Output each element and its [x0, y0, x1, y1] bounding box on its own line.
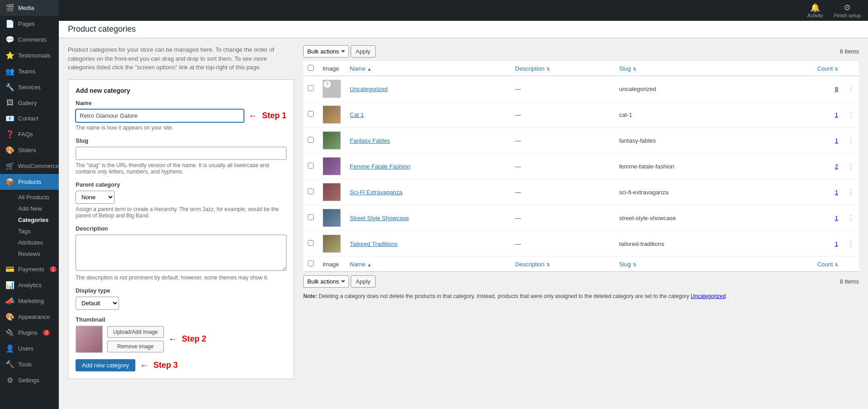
- row-menu-street-style[interactable]: ⋮: [847, 214, 854, 222]
- bulk-actions-select-top[interactable]: Bulk actions: [303, 45, 349, 58]
- col-footer-count[interactable]: Count ⇅: [771, 257, 843, 272]
- sidebar-item-gallery[interactable]: 🖼 Gallery: [0, 95, 59, 111]
- col-footer-check[interactable]: [303, 257, 318, 272]
- cat-count-street-style[interactable]: 1: [835, 215, 838, 221]
- row-menu-tailored[interactable]: ⋮: [847, 240, 854, 248]
- sidebar: 🎬 Media 📄 Pages 💬 Comments ⭐ Testimonial…: [0, 0, 59, 409]
- cat-count-fantasy-fables[interactable]: 1: [835, 137, 838, 144]
- sidebar-item-payments[interactable]: 💳 Payments 1: [0, 261, 59, 277]
- sidebar-sub-all-products[interactable]: All Products: [14, 192, 59, 203]
- sidebar-item-settings[interactable]: ⚙ Settings: [0, 372, 59, 388]
- activity-button[interactable]: 🔔 Activity: [807, 3, 823, 18]
- bulk-actions-select-bottom[interactable]: Bulk actions: [303, 275, 349, 288]
- col-footer-description[interactable]: Description ⇅: [510, 257, 615, 272]
- select-all-checkbox-bottom[interactable]: [308, 260, 314, 266]
- cat-name-fantasy-fables[interactable]: Fantasy Fables: [350, 137, 390, 144]
- row-checkbox-fantasy-fables[interactable]: [308, 137, 314, 143]
- slug-input[interactable]: [76, 147, 286, 160]
- sidebar-item-label: Sliders: [18, 147, 36, 154]
- col-header-name[interactable]: Name ▲: [345, 61, 510, 76]
- row-checkbox-sci-fi[interactable]: [308, 188, 314, 194]
- sidebar-item-label: Tools: [18, 361, 32, 368]
- col-header-description[interactable]: Description ⇅: [510, 61, 615, 76]
- row-menu-femme-fatale[interactable]: ⋮: [847, 163, 854, 170]
- sidebar-item-faqs[interactable]: ❓ FAQs: [0, 126, 59, 142]
- sidebar-item-users[interactable]: 👤 Users: [0, 341, 59, 356]
- sidebar-item-analytics[interactable]: 📊 Analytics: [0, 277, 59, 293]
- payments-badge: 1: [50, 266, 57, 272]
- sidebar-item-marketing[interactable]: 📣 Marketing: [0, 293, 59, 309]
- cat-name-uncategorized[interactable]: Uncategorized: [350, 86, 388, 92]
- sidebar-item-label: Analytics: [18, 282, 42, 289]
- col-footer-name[interactable]: Name ▲: [345, 257, 510, 272]
- sidebar-item-media[interactable]: 🎬 Media: [0, 0, 59, 16]
- sidebar-item-pages[interactable]: 📄 Pages: [0, 16, 59, 32]
- page-title-bar: Product categories: [59, 21, 868, 38]
- select-all-checkbox[interactable]: [308, 65, 314, 71]
- cat-name-tailored[interactable]: Tailored Traditions: [350, 241, 398, 247]
- sidebar-item-label: Plugins: [18, 329, 38, 336]
- sidebar-item-testimonials[interactable]: ⭐ Testimonials: [0, 48, 59, 63]
- cat-name-sci-fi[interactable]: Sci-Fi Extravaganza: [350, 189, 402, 196]
- settings-icon: ⚙: [5, 376, 14, 385]
- table-actions-bottom: Bulk actions Apply 8 Items: [303, 275, 859, 288]
- form-title: Add new category: [76, 87, 286, 94]
- sidebar-item-plugins[interactable]: 🔌 Plugins 3: [0, 325, 59, 341]
- cat-count-sci-fi[interactable]: 1: [835, 189, 838, 196]
- col-header-slug[interactable]: Slug ⇅: [615, 61, 771, 76]
- sidebar-item-products[interactable]: 📦 Products: [0, 174, 59, 190]
- add-new-category-button[interactable]: Add new category: [76, 359, 135, 371]
- row-menu-fantasy-fables[interactable]: ⋮: [847, 137, 854, 144]
- cat-count-tailored[interactable]: 1: [835, 241, 838, 247]
- finish-setup-button[interactable]: ⚙ Finish setup: [834, 3, 861, 18]
- sidebar-sub-tags[interactable]: Tags: [14, 226, 59, 237]
- col-footer-slug[interactable]: Slug ⇅: [615, 257, 771, 272]
- description-textarea[interactable]: [76, 235, 286, 271]
- sidebar-item-services[interactable]: 🔧 Services: [0, 79, 59, 95]
- col-header-count[interactable]: Count ⇅: [771, 61, 843, 76]
- step2-label: Step 2: [182, 334, 206, 344]
- note-link[interactable]: Uncategorized: [691, 293, 725, 299]
- sidebar-item-label: WooCommerce: [18, 163, 59, 169]
- sidebar-item-woocommerce[interactable]: 🛒 WooCommerce: [0, 158, 59, 174]
- sidebar-sub-attributes[interactable]: Attributes: [14, 237, 59, 248]
- sidebar-sub-categories[interactable]: Categories: [14, 214, 59, 226]
- col-header-check[interactable]: [303, 61, 318, 76]
- sidebar-item-tools[interactable]: 🔨 Tools: [0, 356, 59, 372]
- row-checkbox-tailored[interactable]: [308, 240, 314, 246]
- cat-name-street-style[interactable]: Street Style Showcase: [350, 215, 409, 221]
- sidebar-item-sliders[interactable]: 🎨 Sliders: [0, 142, 59, 158]
- parent-hint: Assign a parent term to create a hierarc…: [76, 206, 286, 219]
- cat-count-uncategorized[interactable]: 8: [835, 86, 838, 92]
- sidebar-item-comments[interactable]: 💬 Comments: [0, 32, 59, 48]
- row-checkbox-femme-fatale[interactable]: [308, 163, 314, 168]
- remove-image-button[interactable]: Remove image: [107, 341, 164, 352]
- testimonials-icon: ⭐: [5, 51, 14, 60]
- row-checkbox-cat-1[interactable]: [308, 111, 314, 117]
- upload-image-button[interactable]: Upload/Add image: [107, 326, 164, 338]
- cat-slug-femme-fatale: femme-fatale-fashion: [615, 154, 771, 179]
- parent-category-select[interactable]: None: [76, 191, 114, 204]
- table-row: Sci-Fi Extravaganza — sci-fi-extravaganz…: [303, 179, 859, 205]
- cat-name-femme-fatale[interactable]: Femme Fatale Fashion: [350, 163, 410, 170]
- sidebar-sub-reviews[interactable]: Reviews: [14, 248, 59, 260]
- row-checkbox-street-style[interactable]: [308, 214, 314, 220]
- comments-icon: 💬: [5, 35, 14, 44]
- name-input[interactable]: [76, 109, 244, 122]
- sidebar-item-teams[interactable]: 👥 Teams: [0, 63, 59, 79]
- apply-button-bottom[interactable]: Apply: [351, 275, 376, 288]
- sidebar-item-contact[interactable]: 📧 Contact: [0, 111, 59, 126]
- apply-button-top[interactable]: Apply: [351, 45, 376, 58]
- cat-slug-tailored: tailored-traditions: [615, 231, 771, 257]
- cat-count-femme-fatale[interactable]: 2: [835, 163, 838, 170]
- row-checkbox-uncategorized[interactable]: [308, 85, 314, 91]
- row-menu-uncategorized[interactable]: ⋮: [847, 85, 854, 93]
- slug-label: Slug: [76, 137, 286, 144]
- cat-count-cat-1[interactable]: 1: [835, 111, 838, 118]
- row-menu-cat-1[interactable]: ⋮: [847, 111, 854, 119]
- display-type-select[interactable]: Default: [76, 297, 119, 310]
- sidebar-item-appearance[interactable]: 🎨 Appearance: [0, 309, 59, 325]
- cat-name-cat-1[interactable]: Cat 1: [350, 111, 364, 118]
- row-menu-sci-fi[interactable]: ⋮: [847, 188, 854, 196]
- sidebar-sub-add-new[interactable]: Add New: [14, 203, 59, 214]
